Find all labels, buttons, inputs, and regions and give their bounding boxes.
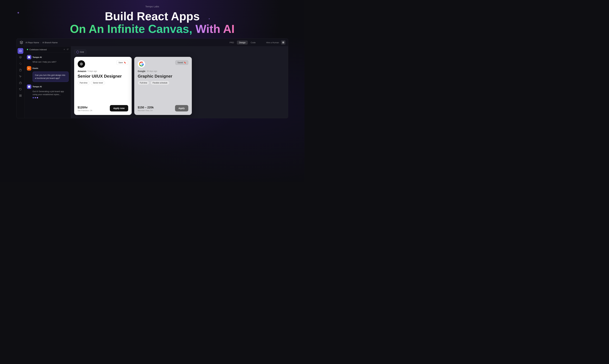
message-header-user: K Kevin (27, 66, 69, 71)
typing-dot-2 (35, 97, 36, 98)
hero-title-line2: On An Infinite Canvas, With AI (0, 23, 304, 35)
job-card-google: Saved 🔖 Google 30 days ago Graphic Desig… (134, 57, 192, 115)
sidebar-icon-magic[interactable] (18, 61, 23, 66)
typing-indicator (27, 97, 69, 98)
tempo-labs-label: Tempo Labs (0, 5, 304, 8)
user-avatar: K (27, 66, 31, 71)
job-tags-amazon: Part-time Senior level (78, 81, 128, 85)
toolbar-tabs: PRD Design Code (227, 40, 258, 45)
star-decoration-2: ✦ (208, 18, 210, 20)
sidebar-icon-layers[interactable] (18, 54, 23, 60)
app-container: AI Repo Name › AI Branch Name PRD Design… (16, 39, 288, 118)
tab-design[interactable]: Design (237, 40, 248, 45)
chat-status-text: Codebase indexed (29, 48, 62, 51)
canvas-area: Grid (71, 46, 288, 118)
amazon-logo (78, 60, 85, 68)
svg-rect-11 (21, 95, 21, 95)
salary-google: $150 – 220k (138, 106, 154, 109)
breadcrumb-branch: AI Branch Name (42, 41, 57, 44)
salary-info-google: $150 – 220k Mountain View, CA (138, 106, 154, 111)
apply-button-amazon[interactable]: Apply now (110, 105, 128, 111)
toolbar-logo (19, 40, 24, 45)
ai-message-text-2: Got it! Generating a job board app using… (27, 90, 69, 96)
job-title-google: Graphic Designer (138, 74, 188, 79)
job-cards-grid: Save 🔖 Amazon 5 days ago Senior UI/UX De… (74, 57, 285, 115)
salary-info-amazon: $120/hr San Francisco, CA (78, 106, 92, 111)
tab-prd[interactable]: PRD (227, 40, 236, 45)
google-logo (138, 60, 145, 68)
message-header-ai-1: Tempo AI (27, 55, 69, 59)
saved-button-google[interactable]: Saved 🔖 (175, 60, 188, 65)
breadcrumb-separator: › (41, 41, 41, 44)
save-button-amazon[interactable]: Save 🔖 (116, 60, 128, 65)
user-message-text: Can you turn this grid design into a fun… (35, 74, 66, 80)
header: Tempo Labs Build React Apps On An Infini… (0, 0, 304, 39)
ai-name-2: Tempo AI (33, 85, 42, 88)
sidebar-icon-briefcase[interactable] (18, 80, 23, 86)
chat-body: Tempo AI What can I help you with? K Kev… (25, 53, 71, 118)
svg-marker-2 (19, 56, 21, 58)
tag-part-time: Part-time (78, 81, 90, 85)
hero-green-text: On An Infinite Canvas, (70, 23, 192, 35)
star-decoration-1: ✦ (17, 11, 20, 15)
bookmark-icon-amazon: 🔖 (124, 62, 126, 64)
chat-message-user: K Kevin Can you turn this grid design in… (27, 66, 69, 82)
saved-label-google: Saved (178, 62, 183, 64)
tab-code[interactable]: Code (249, 40, 258, 45)
svg-rect-9 (19, 82, 21, 84)
user-bubble: Can you turn this grid design into a fun… (33, 72, 69, 82)
sidebar-icon-file[interactable] (18, 67, 23, 73)
svg-rect-13 (19, 96, 20, 97)
company-info-amazon: Amazon 5 days ago (78, 70, 128, 72)
sidebar-icon-camera[interactable] (18, 48, 23, 54)
ai-avatar-2 (27, 84, 31, 89)
tag-senior-level: Senior level (91, 81, 105, 85)
svg-rect-0 (282, 42, 284, 44)
post-time-google: 30 days ago (147, 70, 157, 72)
post-time-amazon: 5 days ago (88, 70, 97, 72)
status-dot (27, 49, 28, 50)
tag-full-time: Full-time (138, 81, 149, 85)
chat-header: Codebase indexed + ↺ (25, 46, 71, 53)
sidebar-icon-grid2[interactable] (18, 93, 23, 99)
hire-human-button[interactable]: Hire a Human (266, 41, 279, 44)
card-top-amazon: Save 🔖 (78, 60, 128, 68)
add-icon[interactable]: + (63, 48, 65, 51)
tempo-logo-icon (20, 41, 23, 44)
card-top-google: Saved 🔖 (138, 60, 188, 68)
sidebar-icon-history[interactable] (18, 86, 23, 92)
message-header-ai-2: Tempo AI (27, 84, 69, 89)
grid-label-text: Grid (80, 51, 84, 53)
toolbar-right: Hire a Human (266, 40, 285, 45)
location-google: Mountain View, CA (138, 110, 154, 111)
apply-button-google[interactable]: Apply (175, 105, 188, 111)
company-name-google: Google (138, 70, 145, 72)
breadcrumb: AI Repo Name › AI Branch Name (26, 41, 58, 44)
job-tags-google: Full-time Flexible schedule (138, 81, 188, 85)
toolbar: AI Repo Name › AI Branch Name PRD Design… (16, 39, 288, 46)
user-name: Kevin (33, 67, 38, 69)
history-chat-icon[interactable]: ↺ (67, 48, 69, 51)
main-layout: Codebase indexed + ↺ (16, 46, 288, 118)
toolbar-avatar (281, 40, 286, 45)
company-info-google: Google 30 days ago (138, 70, 188, 72)
card-bottom-google: $150 – 220k Mountain View, CA Apply (138, 105, 188, 111)
svg-line-5 (20, 63, 20, 63)
svg-rect-14 (28, 56, 30, 58)
bookmark-icon-google: 🔖 (184, 62, 186, 64)
save-label-amazon: Save (118, 62, 123, 64)
sidebar-icon-cursor[interactable] (18, 74, 23, 79)
hero-pink-text: With AI (192, 23, 235, 35)
ai-avatar-1 (27, 55, 31, 59)
company-name-amazon: Amazon (78, 70, 86, 72)
chat-message-ai-2: Tempo AI Got it! Generating a job board … (27, 84, 69, 98)
icon-sidebar (17, 46, 25, 118)
svg-point-16 (81, 64, 82, 65)
salary-amazon: $120/hr (78, 106, 92, 109)
job-card-amazon: Save 🔖 Amazon 5 days ago Senior UI/UX De… (74, 57, 132, 115)
breadcrumb-repo: AI Repo Name (26, 41, 39, 44)
typing-dot-1 (33, 97, 34, 98)
job-title-amazon: Senior UI/UX Designer (78, 74, 128, 79)
chat-header-actions: + ↺ (63, 48, 69, 51)
hero-title-line1: Build React Apps (0, 10, 304, 23)
